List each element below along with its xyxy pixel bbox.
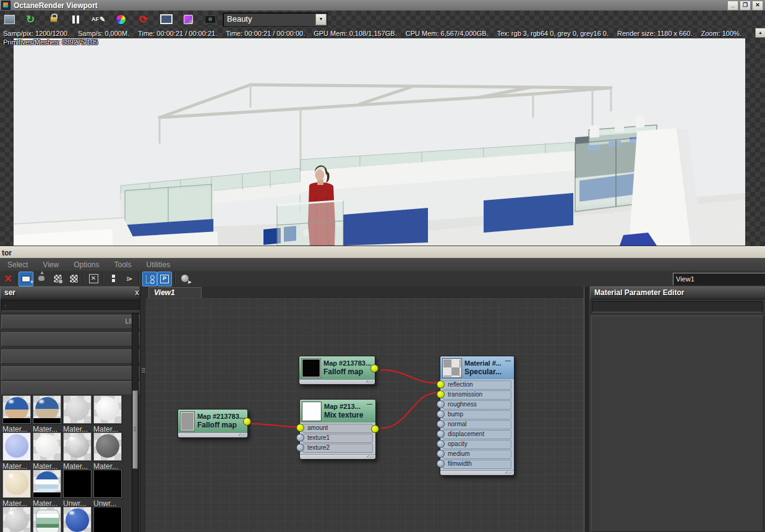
autofocus-picker-icon[interactable]: AF✎ xyxy=(92,12,105,26)
browser-close-icon[interactable]: x xyxy=(135,287,139,298)
params-content xyxy=(591,315,764,532)
input-slot-opacity: opacity xyxy=(443,440,511,449)
octane-window-title: OctaneRender Viewport xyxy=(14,1,98,10)
browser-search-input[interactable]: . xyxy=(1,300,143,311)
material-thumbnail[interactable]: Mater... xyxy=(2,432,31,471)
dropdown-arrow-icon[interactable]: ▼ xyxy=(315,14,327,25)
node-canvas[interactable]: Map #213783... Falloff map Map #213783..… xyxy=(146,298,584,532)
render-region-icon[interactable] xyxy=(181,12,195,26)
input-socket-texture1[interactable] xyxy=(296,434,304,442)
input-socket-roughness[interactable] xyxy=(437,400,445,408)
input-slot-texture1: texture1 xyxy=(302,434,373,443)
material-thumbnail[interactable]: Mater... xyxy=(33,470,61,508)
pause-render-icon[interactable] xyxy=(69,12,82,26)
background-pattern-icon[interactable] xyxy=(67,272,80,285)
collapse-node-icon[interactable]: — xyxy=(505,358,511,364)
white-balance-picker-icon[interactable] xyxy=(114,12,127,26)
input-socket-amount[interactable] xyxy=(296,424,304,432)
node-falloff-map-top[interactable]: Map #213783... Falloff map xyxy=(299,356,375,385)
material-thumbnail[interactable] xyxy=(63,507,92,532)
menu-tools[interactable]: Tools xyxy=(114,260,132,269)
maximize-button[interactable]: ❐ xyxy=(740,1,751,11)
hide-unused-slots-icon[interactable]: ✕ xyxy=(87,272,100,285)
layout-all-icon[interactable] xyxy=(106,272,120,285)
view-name-field[interactable]: View1 xyxy=(673,273,765,285)
browser-scrollbar[interactable] xyxy=(132,313,139,532)
close-button[interactable]: ✕ xyxy=(752,1,763,11)
minimize-button[interactable]: _ xyxy=(727,1,738,11)
material-thumbnail[interactable]: Unwr... xyxy=(93,470,122,508)
input-socket-displacement[interactable] xyxy=(437,430,445,438)
output-socket[interactable] xyxy=(243,418,251,426)
params-header[interactable]: Material Parameter Editor xyxy=(590,286,765,299)
material-thumbnail[interactable]: Mater... xyxy=(63,432,92,471)
node-thumbnail xyxy=(181,412,194,431)
view1-tab[interactable]: View1 xyxy=(148,287,202,299)
material-thumbnail[interactable]: Mater... xyxy=(93,395,122,434)
lock-render-icon[interactable] xyxy=(47,12,61,26)
scroll-up-button[interactable]: ▲ xyxy=(755,28,765,38)
material-thumbnail[interactable]: Mater... xyxy=(33,395,61,434)
save-render-icon[interactable]: ↓ xyxy=(2,12,16,26)
browser-group-bar[interactable] xyxy=(1,366,141,380)
menu-select[interactable]: Select xyxy=(7,260,28,269)
layout-children-icon[interactable]: ⋗ xyxy=(122,272,136,285)
show-grid-icon[interactable] xyxy=(142,272,157,286)
browser-group-bar[interactable]: LIB xyxy=(1,315,141,329)
render-gutter-right xyxy=(745,38,765,246)
apply-to-selection-icon[interactable]: ▲ xyxy=(35,272,48,285)
menu-view[interactable]: View xyxy=(43,260,59,269)
stop-render-icon[interactable]: ⟳ xyxy=(137,12,150,26)
browser-header[interactable]: ser x xyxy=(0,286,146,299)
stat-samples-per-second: Samp/s: 0,000M. xyxy=(78,30,129,37)
material-thumbnail[interactable] xyxy=(2,507,31,532)
pan-tool-icon[interactable]: P xyxy=(157,272,172,286)
input-socket-medium[interactable] xyxy=(437,450,445,458)
material-thumbnail[interactable]: Unwr... xyxy=(63,470,92,508)
node-thumbnail xyxy=(443,359,461,377)
pick-material-from-object-icon[interactable]: ➤ xyxy=(178,272,192,285)
node-falloff-map-left[interactable]: Map #213783... Falloff map xyxy=(177,409,248,438)
material-thumbnail[interactable]: Mater... xyxy=(2,395,31,434)
stat-textures: Tex: rgb 3, rgb64 0, grey 0, grey16 0. xyxy=(497,30,609,37)
editor-window-title: tor xyxy=(0,249,12,257)
node-mix-texture[interactable]: Map #213... Mix texture — amount texture… xyxy=(299,399,376,460)
mesh-stats: Primitives/Meshes: 639275/105 xyxy=(3,38,98,46)
input-socket-transmission[interactable] xyxy=(437,390,445,398)
browser-group-bar[interactable] xyxy=(1,350,141,364)
menu-options[interactable]: Options xyxy=(74,260,99,269)
input-socket-opacity[interactable] xyxy=(437,440,445,448)
output-socket[interactable] xyxy=(371,425,379,433)
render-view[interactable] xyxy=(14,38,745,246)
input-socket-normal[interactable] xyxy=(437,420,445,428)
octane-titlebar[interactable]: OctaneRender Viewport _ ❐ ✕ xyxy=(0,0,765,11)
input-socket-filmwidth[interactable] xyxy=(437,460,445,468)
material-thumbnail[interactable]: Mater... xyxy=(33,432,61,471)
browser-group-bar[interactable] xyxy=(1,332,141,346)
output-socket[interactable] xyxy=(370,364,378,372)
show-background-icon[interactable] xyxy=(51,272,64,285)
material-thumbnail[interactable]: Mater... xyxy=(93,432,122,471)
camera-settings-icon[interactable] xyxy=(203,12,217,26)
fit-viewport-icon[interactable] xyxy=(160,12,173,26)
material-thumbnail[interactable] xyxy=(33,507,61,532)
wire-mix-to-transmission xyxy=(381,393,437,428)
render-pass-dropdown[interactable]: Beauty ▼ xyxy=(223,12,328,27)
collapse-node-icon[interactable]: — xyxy=(367,401,372,407)
input-socket-bump[interactable] xyxy=(437,410,445,418)
input-socket-reflection[interactable] xyxy=(437,380,445,388)
menu-utilities[interactable]: Utilities xyxy=(147,260,171,269)
octane-status-bar: Samp/pix: 1200/1200. Samp/s: 0,000M. Tim… xyxy=(0,28,765,38)
params-title: Material Parameter Editor xyxy=(594,288,684,297)
material-thumbnail[interactable] xyxy=(93,507,122,532)
new-node-icon[interactable]: + xyxy=(19,272,33,286)
browser-group-bar[interactable] xyxy=(1,381,141,395)
material-thumbnail[interactable]: Mater... xyxy=(2,470,31,508)
params-name-field[interactable] xyxy=(592,301,763,312)
editor-titlebar[interactable]: tor xyxy=(0,246,765,259)
input-socket-texture2[interactable] xyxy=(296,444,304,452)
delete-node-icon[interactable]: ✕ xyxy=(1,272,15,285)
restart-render-icon[interactable]: ↻ xyxy=(24,12,37,26)
node-specular-material[interactable]: Material #... Specular... — reflection t… xyxy=(440,356,515,476)
material-thumbnail[interactable]: Mater... xyxy=(63,395,92,434)
